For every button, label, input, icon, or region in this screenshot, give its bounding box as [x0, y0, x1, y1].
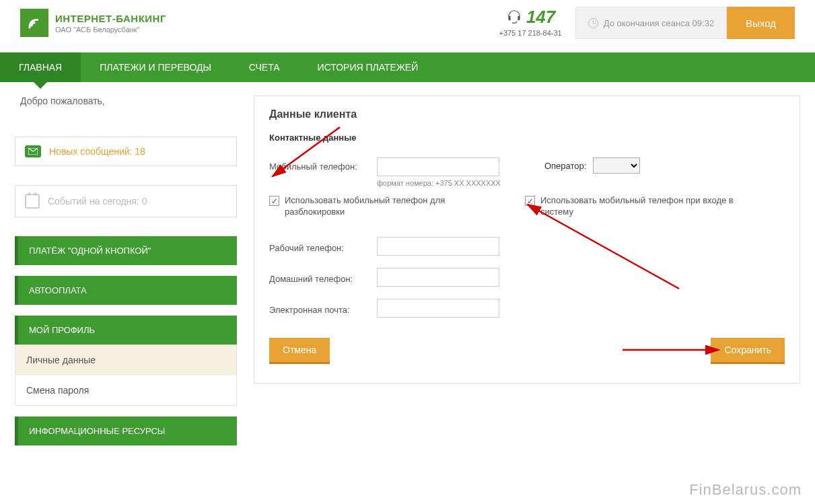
support-phone: +375 17 218-84-31: [499, 29, 561, 37]
calendar-icon: [25, 194, 40, 209]
support-short-number: 147: [526, 7, 555, 28]
checkbox-login-label: Использовать мобильный телефон при входе…: [540, 195, 767, 218]
app-title: ИНТЕРНЕТ-БАНКИНГ: [55, 13, 166, 24]
welcome-text: Добро пожаловать,: [15, 96, 237, 106]
panel-subtitle: Контактные данные: [269, 133, 785, 143]
email-input[interactable]: [377, 299, 499, 318]
logo[interactable]: ИНТЕРНЕТ-БАНКИНГ ОАО "АСБ Беларусбанк": [20, 9, 166, 37]
main-nav: ГЛАВНАЯ ПЛАТЕЖИ И ПЕРЕВОДЫ СЧЕТА ИСТОРИЯ…: [0, 52, 815, 82]
sidebar-sub-personal-data[interactable]: Личные данные: [15, 345, 236, 375]
sidebar-item-one-button-pay[interactable]: ПЛАТЁЖ "ОДНОЙ КНОПКОЙ": [15, 236, 237, 265]
nav-item-payments[interactable]: ПЛАТЕЖИ И ПЕРЕВОДЫ: [81, 52, 230, 82]
operator-label: Оператор:: [544, 161, 586, 171]
nav-item-history[interactable]: ИСТОРИЯ ПЛАТЕЖЕЙ: [299, 52, 437, 82]
clock-icon: [588, 18, 598, 28]
mail-icon: [25, 145, 41, 157]
work-phone-label: Рабочий телефон:: [269, 239, 370, 253]
support-block: 147 +375 17 218-84-31: [499, 7, 575, 39]
cancel-button[interactable]: Отмена: [269, 338, 330, 364]
sidebar-sub-change-password[interactable]: Смена пароля: [15, 375, 236, 405]
operator-select[interactable]: [593, 157, 640, 174]
nav-item-accounts[interactable]: СЧЕТА: [230, 52, 299, 82]
home-phone-label: Домашний телефон:: [269, 270, 370, 284]
logout-button[interactable]: Выход: [727, 7, 795, 39]
sidebar-item-info-resources[interactable]: ИНФОРМАЦИОННЫЕ РЕСУРСЫ: [15, 417, 237, 445]
mobile-label: Мобильный телефон:: [269, 157, 370, 172]
session-label: До окончания сеанса 09:32: [604, 18, 714, 28]
app-subtitle: ОАО "АСБ Беларусбанк": [55, 26, 166, 34]
checkbox-unblock-label: Использовать мобильный телефон для разбл…: [285, 195, 491, 218]
events-pill[interactable]: Событий на сегодня: 0: [15, 185, 237, 217]
messages-count: Новых сообщений: 18: [49, 146, 145, 157]
annotation-arrow-icon: [619, 343, 723, 357]
events-count: Событий на сегодня: 0: [48, 196, 147, 207]
checkbox-unblock[interactable]: ✓ Использовать мобильный телефон для раз…: [269, 195, 491, 218]
client-data-panel: Данные клиента Контактные данные Мобильн…: [254, 96, 800, 384]
messages-pill[interactable]: Новых сообщений: 18: [15, 137, 237, 166]
email-label: Электронная почта:: [269, 301, 370, 315]
logo-icon: [20, 9, 48, 37]
session-timer: До окончания сеанса 09:32: [575, 7, 727, 39]
sidebar-item-autopay[interactable]: АВТООПЛАТА: [15, 276, 237, 305]
nav-item-main[interactable]: ГЛАВНАЯ: [0, 52, 81, 82]
save-button[interactable]: Сохранить: [711, 338, 785, 364]
headset-icon: [505, 9, 523, 26]
checkbox-icon: ✓: [525, 196, 535, 206]
home-phone-input[interactable]: [377, 268, 499, 287]
checkbox-login[interactable]: ✓ Использовать мобильный телефон при вхо…: [525, 195, 767, 218]
panel-title: Данные клиента: [269, 108, 785, 120]
mobile-input[interactable]: [377, 157, 499, 176]
mobile-format-note: формат номера: +375 XX XXXXXXX: [377, 179, 501, 187]
sidebar-item-my-profile[interactable]: МОЙ ПРОФИЛЬ: [15, 316, 237, 345]
checkbox-icon: ✓: [269, 196, 279, 206]
work-phone-input[interactable]: [377, 237, 499, 256]
